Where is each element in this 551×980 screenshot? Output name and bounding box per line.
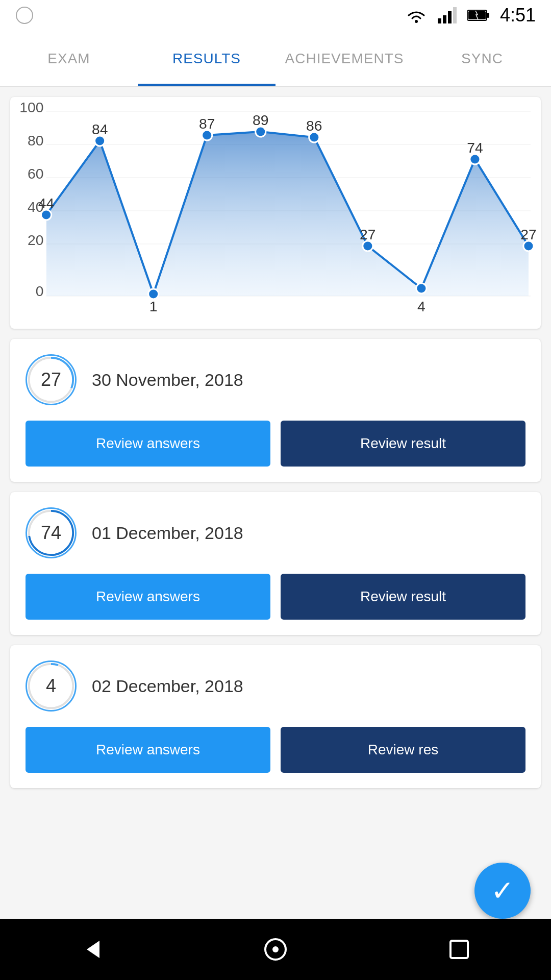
svg-text:20: 20 xyxy=(28,232,43,248)
back-icon xyxy=(79,937,105,962)
svg-point-23 xyxy=(41,210,52,220)
svg-text:0: 0 xyxy=(36,283,44,299)
svg-text:100: 100 xyxy=(19,100,43,115)
result-buttons-2: Review answers Review result xyxy=(26,574,525,620)
svg-point-41 xyxy=(523,241,534,251)
review-answers-button-2[interactable]: Review answers xyxy=(26,574,270,620)
result-card-1: 27 30 November, 2018 Review answers Revi… xyxy=(10,339,541,482)
svg-point-37 xyxy=(416,283,427,293)
svg-text:4: 4 xyxy=(417,299,425,314)
main-content: 100 80 60 40 20 0 44 84 xyxy=(0,87,551,919)
result-header-2: 74 01 December, 2018 xyxy=(26,507,525,558)
svg-point-47 xyxy=(29,664,73,708)
svg-text:84: 84 xyxy=(92,121,108,137)
recents-icon xyxy=(446,937,472,962)
result-header-3: 4 02 December, 2018 xyxy=(26,660,525,712)
top-navigation: EXAM RESULTS ACHIEVE­MENTS SYNC xyxy=(0,31,551,87)
home-icon xyxy=(263,937,288,962)
svg-rect-4 xyxy=(448,11,452,23)
status-time: 4:51 xyxy=(500,5,536,26)
wifi-icon xyxy=(405,7,428,23)
score-circle-3: 4 xyxy=(26,660,77,712)
svg-marker-22 xyxy=(46,132,529,296)
svg-text:27: 27 xyxy=(360,227,375,242)
tab-sync[interactable]: SYNC xyxy=(413,31,551,86)
result-buttons-1: Review answers Review result xyxy=(26,421,525,467)
svg-text:60: 60 xyxy=(28,166,43,182)
result-date-2: 01 December, 2018 xyxy=(92,523,243,543)
notification-icon xyxy=(15,6,34,24)
review-result-button-3[interactable]: Review res xyxy=(281,727,525,773)
svg-text:87: 87 xyxy=(199,116,215,132)
review-result-button-1[interactable]: Review result xyxy=(281,421,525,467)
svg-point-0 xyxy=(16,7,33,23)
svg-text:44: 44 xyxy=(38,195,54,211)
status-bar: 4:51 xyxy=(0,0,551,31)
svg-rect-8 xyxy=(468,11,486,19)
svg-point-1 xyxy=(415,20,418,23)
recents-button[interactable] xyxy=(444,934,474,965)
battery-icon xyxy=(467,8,490,22)
review-answers-button-3[interactable]: Review answers xyxy=(26,727,270,773)
svg-point-27 xyxy=(148,289,159,299)
svg-rect-5 xyxy=(453,7,457,23)
svg-text:80: 80 xyxy=(28,133,43,149)
svg-text:74: 74 xyxy=(467,140,483,156)
home-button[interactable] xyxy=(260,934,291,965)
result-card-2: 74 01 December, 2018 Review answers Revi… xyxy=(10,492,541,635)
svg-point-35 xyxy=(363,241,373,251)
svg-point-29 xyxy=(202,130,212,140)
result-date-3: 02 December, 2018 xyxy=(92,676,243,696)
tab-exam[interactable]: EXAM xyxy=(0,31,138,86)
svg-text:1: 1 xyxy=(149,299,158,314)
score-circle-2: 74 xyxy=(26,507,77,558)
result-header-1: 27 30 November, 2018 xyxy=(26,354,525,405)
result-card-3: 4 02 December, 2018 Review answers Revie… xyxy=(10,645,541,788)
bottom-navigation xyxy=(0,919,551,980)
svg-point-25 xyxy=(95,136,105,146)
svg-point-33 xyxy=(309,132,319,142)
review-answers-button-1[interactable]: Review answers xyxy=(26,421,270,467)
svg-rect-52 xyxy=(450,941,468,958)
svg-rect-7 xyxy=(487,13,489,18)
tab-results[interactable]: RESULTS xyxy=(138,31,276,86)
tab-achievements[interactable]: ACHIEVE­MENTS xyxy=(276,31,413,86)
svg-text:27: 27 xyxy=(520,227,536,242)
svg-point-31 xyxy=(256,127,266,137)
svg-point-51 xyxy=(272,946,279,952)
check-icon: ✓ xyxy=(491,877,514,905)
result-date-1: 30 November, 2018 xyxy=(92,370,243,390)
line-chart: 100 80 60 40 20 0 44 84 xyxy=(15,107,531,322)
fab-check-button[interactable]: ✓ xyxy=(474,863,531,919)
svg-text:89: 89 xyxy=(253,112,268,128)
svg-text:86: 86 xyxy=(306,118,322,134)
svg-marker-49 xyxy=(87,941,99,958)
svg-rect-3 xyxy=(443,15,446,23)
svg-rect-2 xyxy=(438,18,441,23)
svg-point-39 xyxy=(470,154,480,164)
score-circle-1: 27 xyxy=(26,354,77,405)
result-buttons-3: Review answers Review res xyxy=(26,727,525,773)
chart-card: 100 80 60 40 20 0 44 84 xyxy=(10,97,541,329)
back-button[interactable] xyxy=(77,934,107,965)
signal-icon xyxy=(438,7,457,23)
review-result-button-2[interactable]: Review result xyxy=(281,574,525,620)
